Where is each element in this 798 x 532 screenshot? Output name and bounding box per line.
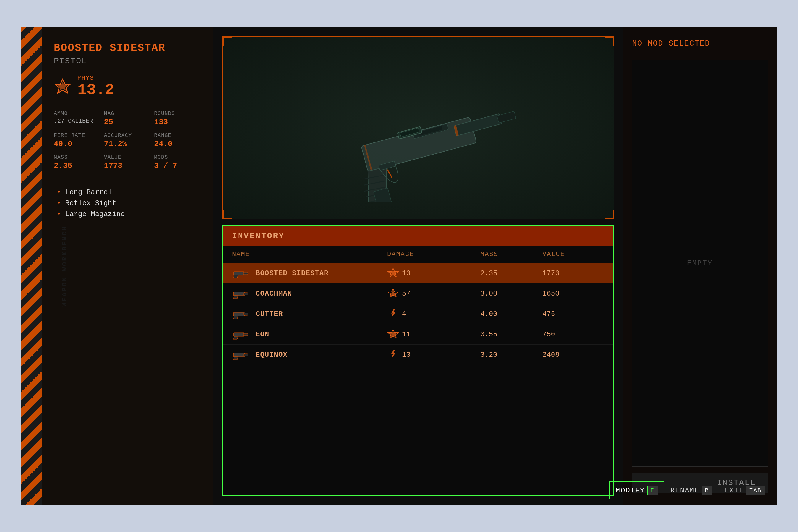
modify-label: MODIFY (616, 487, 645, 494)
item-damage: 57 (387, 288, 480, 299)
item-value: 2408 (542, 351, 604, 359)
damage-type-icon (387, 288, 399, 299)
exit-button[interactable]: EXIT TAB (718, 482, 771, 499)
rename-label: RENAME (670, 487, 699, 494)
weapon-preview (222, 36, 614, 219)
table-row[interactable]: CUTTER 4 4.00 475 (223, 304, 613, 324)
svg-rect-33 (233, 333, 245, 336)
table-row[interactable]: EON 11 0.55 750 (223, 324, 613, 345)
item-value: 1773 (542, 269, 604, 277)
damage-type-icon (387, 349, 399, 360)
item-mass: 2.35 (480, 269, 542, 277)
stats-grid: AMMO .27 CALIBER MAG 25 ROUNDS 133 FIRE … (54, 111, 201, 170)
rename-key: B (702, 486, 712, 495)
svg-rect-26 (233, 292, 234, 296)
svg-rect-29 (233, 312, 245, 316)
svg-rect-4 (497, 111, 516, 123)
damage-type-icon (387, 329, 399, 340)
item-damage: 4 (387, 308, 480, 320)
item-name: CUTTER (256, 310, 283, 318)
item-value: 475 (542, 310, 604, 318)
stat-ammo: AMMO .27 CALIBER (54, 111, 101, 127)
svg-rect-40 (233, 353, 234, 357)
item-mass: 3.20 (480, 351, 542, 359)
no-mod-title: NO MOD SELECTED (632, 39, 768, 48)
svg-rect-34 (243, 334, 248, 336)
weapon-icon (232, 349, 250, 361)
damage-value: 13.2 (77, 81, 114, 99)
item-mass: 0.55 (480, 330, 542, 338)
col-name: NAME (232, 251, 387, 258)
weapon-icon (232, 288, 250, 299)
empty-label: EMPTY (687, 259, 713, 267)
item-damage: 13 (387, 349, 480, 360)
item-name-cell: BOOSTED SIDESTAR (232, 267, 387, 279)
damage-label-text: PHYS 13.2 (77, 75, 114, 99)
corner-bl (223, 210, 232, 219)
bottom-bar: MODIFY E RENAME B EXIT TAB (604, 476, 777, 505)
item-damage: 13 (387, 268, 480, 279)
table-row[interactable]: EQUINOX 13 3.20 2408 (223, 345, 613, 365)
weapon-name: BOOSTED SIDESTAR (54, 42, 201, 54)
item-mass: 4.00 (480, 310, 542, 318)
svg-rect-35 (233, 333, 234, 336)
damage-row: PHYS 13.2 (54, 75, 201, 99)
corner-tl (223, 37, 232, 45)
svg-rect-19 (233, 272, 245, 275)
item-name-cell: CUTTER (232, 308, 387, 320)
svg-rect-39 (243, 354, 248, 356)
inventory-panel[interactable]: INVENTORY NAME DAMAGE MASS VALUE BOOSTED… (222, 225, 614, 496)
col-mass: MASS (480, 251, 542, 258)
game-window: WEAPON WORKBENCH BOOSTED SIDESTAR PISTOL… (21, 26, 777, 506)
stat-mass: MASS 2.35 (54, 154, 101, 170)
svg-marker-32 (391, 309, 396, 317)
svg-rect-31 (233, 312, 234, 316)
svg-marker-1 (58, 82, 68, 91)
item-name: COACHMAN (256, 290, 292, 298)
hazard-bar: WEAPON WORKBENCH (21, 27, 42, 505)
table-row[interactable]: BOOSTED SIDESTAR 13 2.35 1773 (223, 263, 613, 283)
weapon-icon (232, 328, 250, 340)
svg-rect-30 (243, 313, 248, 315)
mod-display-area: EMPTY (632, 60, 768, 467)
mod-item-0: Long Barrel (54, 188, 201, 196)
svg-line-12 (387, 169, 392, 178)
inventory-columns: NAME DAMAGE MASS VALUE (223, 246, 613, 263)
stat-value: VALUE 1773 (104, 154, 151, 170)
inventory-rows: BOOSTED SIDESTAR 13 2.35 1773 COACHMAN (223, 263, 613, 365)
exit-key: TAB (746, 486, 765, 495)
weapon-type: PISTOL (54, 56, 201, 65)
inventory-header: INVENTORY (223, 226, 613, 246)
rename-button[interactable]: RENAME B (664, 482, 718, 499)
damage-number: 57 (402, 290, 411, 298)
svg-rect-25 (243, 292, 248, 295)
right-panel: NO MOD SELECTED EMPTY INSTALL (623, 27, 777, 505)
stat-range: RANGE 24.0 (154, 132, 201, 148)
modify-key: E (647, 486, 658, 495)
mods-list: Long Barrel Reflex Sight Large Magazine (54, 188, 201, 218)
workbench-label: WEAPON WORKBENCH (61, 225, 69, 306)
corner-br (605, 210, 613, 219)
stat-fire-rate: FIRE RATE 40.0 (54, 132, 101, 148)
svg-rect-24 (233, 292, 245, 296)
modify-button[interactable]: MODIFY E (609, 481, 664, 499)
mod-item-1: Reflex Sight (54, 199, 201, 207)
damage-type-icon (387, 268, 399, 279)
gun-preview-svg (315, 54, 522, 202)
inventory-title: INVENTORY (232, 231, 285, 241)
col-value: VALUE (542, 251, 604, 258)
item-value: 1650 (542, 290, 604, 298)
table-row[interactable]: COACHMAN 57 3.00 1650 (223, 283, 613, 304)
item-damage: 11 (387, 329, 480, 340)
item-name-cell: COACHMAN (232, 288, 387, 299)
main-content: BOOSTED SIDESTAR PISTOL PHYS 13.2 AMMO (42, 27, 777, 505)
item-name: EQUINOX (256, 351, 288, 359)
item-name-cell: EQUINOX (232, 349, 387, 361)
damage-number: 13 (402, 351, 411, 359)
stat-rounds: ROUNDS 133 (154, 111, 201, 127)
item-name-cell: EON (232, 328, 387, 340)
item-value: 750 (542, 330, 604, 338)
svg-rect-21 (233, 272, 234, 275)
item-name: BOOSTED SIDESTAR (256, 269, 328, 277)
weapon-icon (232, 308, 250, 320)
